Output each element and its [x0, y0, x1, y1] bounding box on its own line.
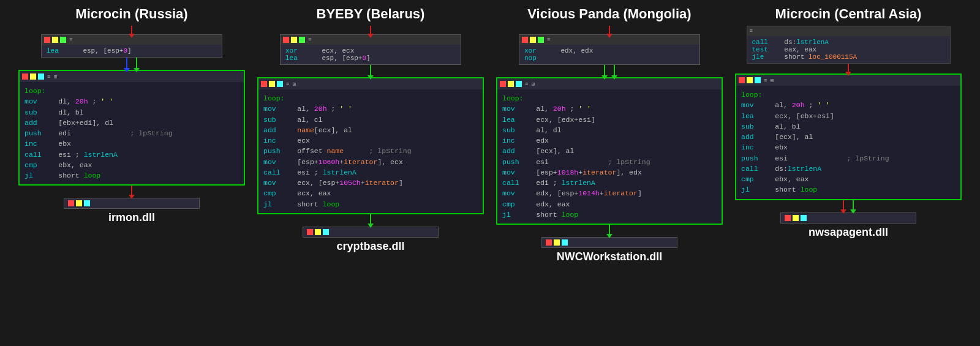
- column-microcin-central-asia: Microcin (Central Asia) ≡ call ds:lstrle…: [735, 6, 962, 239]
- code-line: loop:: [24, 86, 239, 96]
- code-line: lea ecx, [edx+esi]: [502, 115, 717, 125]
- col1-bottom-bar: [64, 198, 200, 209]
- snippet3-icon: ≡: [547, 37, 550, 43]
- bot-btn-r: [68, 200, 74, 206]
- snippet-title-icon: ≡: [69, 37, 72, 43]
- col1-code: loop: mov dl, 20h ; ' ' sub dl, bl add […: [20, 82, 244, 184]
- bot-btn-c: [84, 200, 90, 206]
- code-line: inc ebx: [741, 142, 956, 152]
- col2-code: loop: mov al, 20h ; ' ' sub al, cl add n…: [258, 89, 483, 213]
- code-line: call edi ; lstrlenA: [502, 178, 717, 188]
- code-line: add [ebx+edi], dl: [24, 118, 239, 128]
- code-line: push esi ; lpString: [741, 153, 956, 164]
- col3-title: Vicious Panda (Mongolia): [527, 6, 691, 22]
- code-line: add name[ecx], al: [263, 125, 478, 135]
- code-line: jl short loop: [502, 209, 717, 220]
- code-line: inc ebx: [24, 138, 239, 149]
- col1-main-header: ≡ ⊞: [20, 71, 244, 82]
- snippet2-icon: ≡: [308, 37, 311, 43]
- code-line: mov dl, 20h ; ' ': [24, 96, 239, 107]
- code-line: cmp ebx, eax: [741, 174, 956, 184]
- col2-filename: cryptbase.dll: [336, 240, 404, 253]
- col4-snippet: ≡ call ds:lstrlenA test eax, eax jle sho…: [747, 26, 951, 64]
- code-line: call esi ; lstrlenA: [263, 167, 478, 178]
- code-line: mov [esp+1060h+iterator], ecx: [263, 157, 478, 167]
- col3-bottom-bar: [541, 237, 677, 248]
- col4-code: loop: mov al, 20h ; ' ' lea ecx, [ebx+es…: [736, 86, 960, 199]
- code-line: lea ecx, [ebx+esi]: [741, 111, 956, 121]
- code-line: loop:: [263, 93, 478, 103]
- code-line: mov al, 20h ; ' ': [263, 103, 478, 114]
- code-line: cmp ebx, eax: [24, 160, 239, 170]
- col2-main-window: ≡ ⊞ loop: mov al, 20h ; ' ' sub al, cl a…: [257, 77, 484, 214]
- snippet4-icon: ≡: [750, 28, 753, 34]
- btn-c: [38, 73, 44, 80]
- code-line: push offset name ; lpString: [263, 146, 478, 156]
- code-line: mov [esp+1018h+iterator], edx: [502, 167, 717, 178]
- column-microcin-russia: Microcin (Russia) ≡ lea esp, [esp+0]: [18, 6, 245, 224]
- code-line: jl short loop: [263, 199, 478, 209]
- code-line: push edi ; lpString: [24, 128, 239, 138]
- col4-filename: nwsapagent.dll: [809, 226, 888, 239]
- hdr2-icon: ≡ ⊞: [286, 81, 296, 88]
- col4-main-window: ≡ ⊞ loop: mov al, 20h ; ' ' lea ecx, [eb…: [735, 73, 962, 200]
- code-line: loop:: [741, 89, 956, 100]
- code-line: mov al, 20h ; ' ': [502, 103, 717, 114]
- column-byeby-belarus: BYEBY (Belarus) ≡ xor ecx, ecx lea esp, …: [257, 6, 484, 253]
- code-line: call esi ; lstrlenA: [24, 149, 239, 160]
- code-line: call ds:lstrlenA: [741, 164, 956, 174]
- btn-y: [30, 73, 36, 80]
- col4-main-header: ≡ ⊞: [736, 75, 960, 86]
- code-line: inc ecx: [263, 135, 478, 146]
- col4-title: Microcin (Central Asia): [775, 6, 922, 22]
- col2-snippet-content: xor ecx, ecx lea esp, [esp+0]: [281, 45, 461, 64]
- code-line: inc edx: [502, 135, 717, 146]
- code-line: add [ecx], al: [741, 132, 956, 142]
- code-line: mov al, 20h ; ' ': [741, 100, 956, 110]
- code-line: mov edx, [esp+1014h+iterator]: [502, 188, 717, 198]
- col2-bottom-bar: [303, 227, 439, 238]
- col3-snippet: ≡ xor edx, edx nop: [519, 34, 700, 65]
- btn-yellow: [52, 37, 58, 43]
- hdr4-icon: ≡ ⊞: [764, 77, 774, 84]
- code-line: mov ecx, [esp+105Ch+iterator]: [263, 178, 478, 188]
- code-line: sub dl, bl: [24, 107, 239, 118]
- code-line: jl short loop: [24, 170, 239, 181]
- col4-snippet-header: ≡: [747, 26, 950, 36]
- btn-r: [22, 73, 28, 80]
- col1-filename: irmon.dll: [108, 211, 155, 224]
- code-line: sub al, dl: [502, 125, 717, 135]
- col1-main-window: ≡ ⊞ loop: mov dl, 20h ; ' ' sub dl, bl a…: [18, 70, 245, 186]
- code-line: jl short loop: [741, 184, 956, 195]
- hdr3-icon: ≡ ⊞: [525, 81, 535, 88]
- col2-title: BYEBY (Belarus): [317, 6, 425, 22]
- col4-bottom-bar: [780, 212, 916, 224]
- col1-snippet-content: lea esp, [esp+0]: [42, 45, 222, 57]
- code-line: sub al, bl: [741, 121, 956, 132]
- column-vicious-panda: Vicious Panda (Mongolia) ≡ xor edx, edx …: [496, 6, 723, 263]
- code-line: cmp edx, eax: [502, 199, 717, 209]
- col1-title: Microcin (Russia): [75, 6, 187, 22]
- code-line: add [ecx], al: [502, 146, 717, 156]
- col3-main-window: ≡ ⊞ loop: mov al, 20h ; ' ' lea ecx, [ed…: [496, 77, 723, 225]
- bot-btn-y: [76, 200, 82, 206]
- btn-green: [60, 37, 66, 43]
- col2-snippet: ≡ xor ecx, ecx lea esp, [esp+0]: [280, 34, 461, 65]
- btn-red: [44, 37, 50, 43]
- hdr-icon: ≡ ⊞: [47, 73, 57, 80]
- code-line: sub al, cl: [263, 115, 478, 125]
- col2-main-header: ≡ ⊞: [258, 78, 483, 89]
- col3-filename: NWCWorkstation.dll: [557, 250, 663, 263]
- col3-snippet-content: xor edx, edx nop: [519, 45, 699, 64]
- code-line: push esi ; lpString: [502, 157, 717, 167]
- col3-main-header: ≡ ⊞: [497, 78, 722, 89]
- code-line: loop:: [502, 93, 717, 103]
- col4-snippet-content: call ds:lstrlenA test eax, eax jle short…: [747, 36, 950, 63]
- col3-code: loop: mov al, 20h ; ' ' lea ecx, [edx+es…: [497, 89, 722, 224]
- code-line: cmp ecx, eax: [263, 188, 478, 198]
